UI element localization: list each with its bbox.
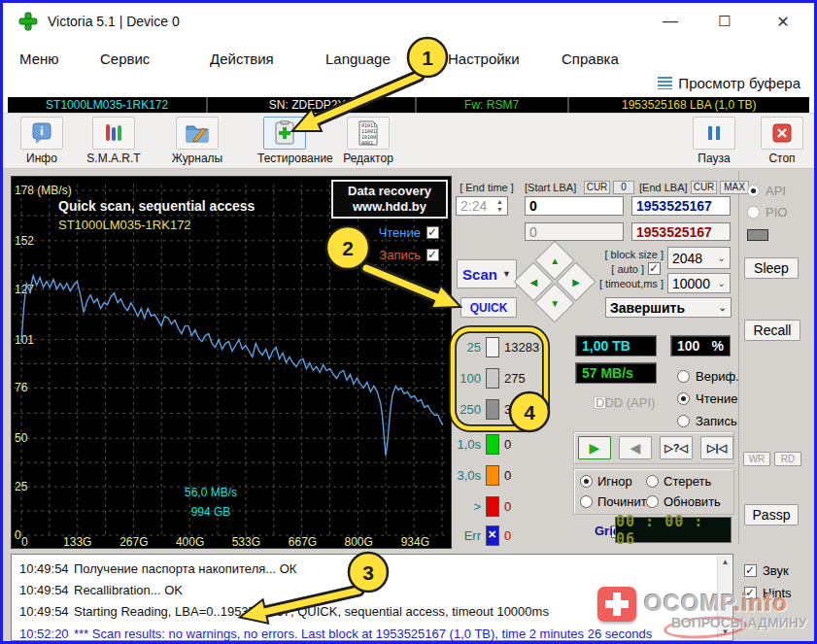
buffer-view-link[interactable]: Просмотр буфера: [658, 75, 800, 91]
wr-button[interactable]: WR: [743, 452, 770, 466]
toolbar-testing-button[interactable]: Тестирование: [257, 117, 312, 165]
seek-question-button[interactable]: ▷?◁: [660, 436, 693, 459]
log-line-2: 10:49:54Recallibration... OK: [12, 579, 715, 600]
stat-row-gt: >0: [452, 496, 511, 517]
start-lba-cur-button[interactable]: CUR: [584, 181, 610, 194]
busy-led: [747, 229, 768, 241]
toolbar-editor-button[interactable]: 0101111001101000001 Редактор: [341, 117, 395, 165]
scroll-down-icon[interactable]: ▼: [718, 626, 732, 639]
svg-text:800G: 800G: [345, 535, 373, 548]
passp-button[interactable]: Passp: [744, 504, 799, 525]
start-lba-input[interactable]: [525, 196, 624, 216]
toolbar-journals-button[interactable]: Журналы: [170, 117, 224, 165]
quick-button[interactable]: QUICK: [460, 297, 517, 318]
menu-item-actions[interactable]: Действия: [210, 51, 274, 67]
close-button[interactable]: ✕: [768, 13, 798, 32]
chevron-down-icon: ⌄: [718, 253, 726, 263]
svg-text:0: 0: [21, 535, 28, 548]
rd-button[interactable]: RD: [774, 452, 801, 466]
spinner-arrows-icon[interactable]: ▲▼: [496, 198, 503, 214]
graph-subtitle: ST1000LM035-1RK172: [58, 218, 191, 232]
sleep-button[interactable]: Sleep: [744, 257, 799, 279]
window-title: Victoria 5.1 | Device 0: [48, 14, 180, 29]
timeout-combo[interactable]: 10000⌄: [667, 273, 731, 293]
toolbar-stop-button[interactable]: Стоп: [755, 117, 809, 165]
journals-icon: [185, 121, 210, 145]
sound-checkbox-row[interactable]: Звук: [744, 563, 789, 578]
svg-text:101: 101: [15, 333, 34, 347]
up-arrow-icon: ▲: [550, 255, 560, 266]
svg-text:267G: 267G: [119, 535, 148, 548]
end-lba-label: [End LBA]: [639, 182, 688, 193]
stat-row-3s: 3,0s0: [452, 465, 511, 486]
left-arrow-icon: ◀: [529, 276, 537, 287]
device-info-bar: ST1000LM035-1RK172 SN: ZDEDP2YC Fw: RSM7…: [8, 97, 809, 113]
menu-item-menu[interactable]: Меню: [19, 51, 59, 67]
toolbar-smart-button[interactable]: S.M.A.R.T: [86, 117, 141, 165]
recall-button[interactable]: Recall: [744, 320, 800, 341]
stat-row-250: 2503: [452, 399, 511, 420]
maximize-button[interactable]: ☐: [710, 13, 739, 32]
write-checkbox[interactable]: [426, 249, 439, 261]
smart-icon: [102, 121, 125, 145]
log-line-4: 10:52:20*** Scan results: no warnings, n…: [12, 623, 715, 644]
info-icon: i: [30, 121, 53, 145]
end-lba-input[interactable]: [631, 196, 731, 216]
on-end-action-combo[interactable]: Завершить⌄: [605, 297, 732, 318]
api-radio: API: [747, 184, 786, 198]
start-lba-zero-button[interactable]: 0: [613, 181, 634, 194]
device-serial: SN: ZDEDP2YC: [208, 97, 417, 113]
end-time-label: [ End time ]: [456, 182, 518, 193]
read-checkbox[interactable]: [426, 226, 439, 239]
percent-display: 100%: [670, 335, 731, 356]
log-scrollbar[interactable]: ▲ ▼: [717, 556, 732, 639]
auto-checkbox[interactable]: [648, 262, 661, 275]
err-x-icon: ✕: [488, 528, 496, 541]
svg-text:178 (MB/s): 178 (MB/s): [15, 184, 72, 197]
mode-verify[interactable]: Вериф.: [677, 369, 739, 384]
play-icon: ▶: [590, 440, 600, 456]
action-erase[interactable]: Стереть: [646, 474, 711, 489]
hints-checkbox-row[interactable]: Hints: [744, 586, 792, 600]
scan-button[interactable]: Scan ▼: [457, 259, 517, 288]
menu-item-service[interactable]: Сервис: [100, 51, 150, 67]
svg-text:934G: 934G: [401, 535, 429, 548]
seek-end-button[interactable]: ▷|◁: [700, 436, 733, 459]
end-lba-cur-button[interactable]: CUR: [691, 181, 717, 194]
stat-row-100: 100275: [452, 368, 526, 389]
scroll-up-icon[interactable]: ▲: [718, 556, 732, 569]
app-logo-icon: [18, 12, 38, 31]
graph-title: Quick scan, sequential access: [58, 198, 255, 214]
device-firmware: Fw: RSM7: [417, 97, 569, 113]
mode-write[interactable]: Запись: [677, 414, 737, 428]
toolbar-pause-button[interactable]: Пауза: [687, 117, 741, 165]
end-lba-max-button[interactable]: MAX: [720, 181, 749, 194]
menu-item-settings[interactable]: Настройки: [448, 51, 520, 67]
log-line-1: 10:49:54Получение паспорта накопителя...…: [12, 558, 715, 579]
menu-item-language[interactable]: Language: [325, 51, 391, 67]
elapsed-timer: 00 : 00 : 06: [615, 517, 732, 543]
block-size-label: [ block size ]: [594, 249, 664, 260]
stat-row-1s: 1,0s0: [452, 434, 511, 455]
sound-checkbox: [744, 564, 757, 577]
stop-icon: [772, 123, 792, 143]
action-ignore[interactable]: Игнор: [580, 474, 632, 489]
action-repair[interactable]: Починить: [580, 494, 654, 509]
down-arrow-icon: ▼: [550, 297, 560, 308]
minimize-button[interactable]: —: [656, 13, 685, 32]
seek-end-icon: ▷|◁: [707, 442, 727, 455]
block-size-combo[interactable]: 2048⌄: [667, 247, 731, 269]
buffer-view-label: Просмотр буфера: [678, 75, 800, 91]
legend-read: Чтение: [379, 225, 439, 240]
end-time-spinner[interactable]: 2:24 ▲▼: [456, 196, 508, 216]
speed-display: 57 MB/s: [575, 362, 657, 384]
play-button[interactable]: ▶: [578, 436, 611, 459]
legend-write: Запись: [379, 248, 439, 262]
action-refresh[interactable]: Обновить: [646, 494, 721, 509]
back-button[interactable]: ◀: [619, 436, 652, 459]
svg-text:133G: 133G: [63, 535, 91, 548]
auto-label: [ auto ]: [599, 263, 644, 275]
toolbar-info-button[interactable]: i Инфо: [15, 117, 69, 165]
mode-read[interactable]: Чтение: [677, 391, 737, 406]
menu-item-help[interactable]: Справка: [562, 51, 619, 67]
